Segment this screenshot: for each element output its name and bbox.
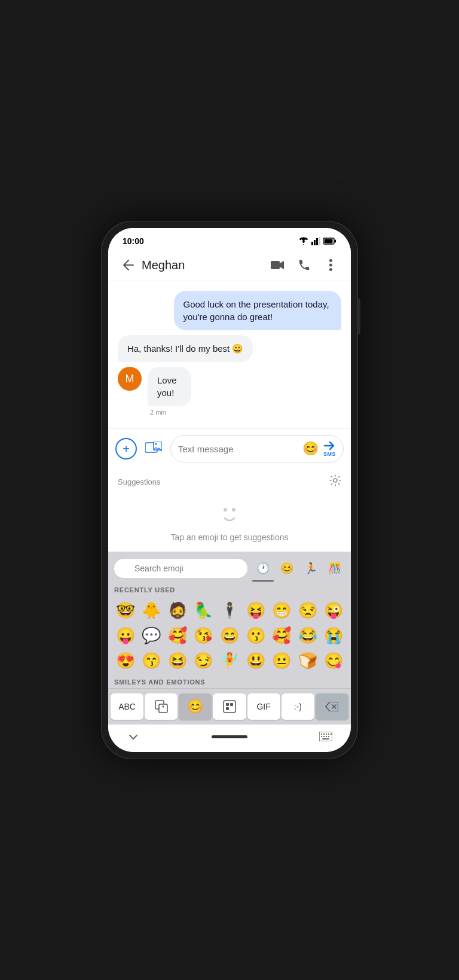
emoji-spy[interactable]: 🕴 — [217, 598, 242, 622]
emoji-beard[interactable]: 🧔 — [165, 598, 190, 622]
gif-label: GIF — [256, 702, 270, 711]
keyboard-sticker2-button[interactable] — [213, 693, 246, 720]
svg-point-14 — [333, 479, 337, 482]
emoji-bread[interactable]: 🍞 — [295, 649, 320, 672]
wifi-icon — [298, 237, 309, 245]
emoji-smirk[interactable]: 😏 — [191, 649, 216, 672]
svg-rect-29 — [326, 734, 327, 735]
emoji-chick[interactable]: 🐥 — [139, 598, 164, 622]
phone-call-button[interactable] — [293, 254, 315, 276]
send-button[interactable]: SMS — [323, 440, 336, 457]
svg-rect-32 — [321, 736, 322, 737]
svg-point-16 — [232, 508, 235, 512]
svg-point-19 — [162, 706, 164, 708]
emoji-smooch[interactable]: 😙 — [139, 649, 164, 672]
emoji-tab-people[interactable]: 🏃 — [300, 558, 322, 579]
battery-icon — [323, 238, 336, 245]
svg-rect-30 — [328, 734, 329, 735]
message-received-1: Ha, thanks! I'll do my best 😀 — [118, 335, 253, 362]
emoji-hearts[interactable]: 🥰 — [269, 623, 294, 647]
text-input-wrapper: 😊 SMS — [170, 435, 344, 462]
emoji-grin[interactable]: 😁 — [269, 598, 294, 622]
nav-back-button[interactable] — [126, 729, 140, 744]
top-nav: Meghan — [108, 249, 351, 281]
emoji-nerd[interactable]: 🤓 — [113, 598, 138, 622]
message-timestamp: 2 min — [150, 409, 206, 416]
keyboard-delete-button[interactable] — [316, 693, 348, 720]
emoji-face-icon: 😊 — [187, 699, 203, 714]
signal-icon — [311, 237, 321, 245]
emoji-smile[interactable]: 😃 — [243, 649, 268, 672]
emoji-cry[interactable]: 😭 — [321, 623, 346, 647]
svg-rect-22 — [230, 703, 233, 706]
video-icon — [271, 260, 285, 270]
svg-rect-6 — [325, 239, 333, 244]
video-call-button[interactable] — [267, 254, 289, 276]
emoji-kiss2[interactable]: 😗 — [243, 623, 268, 647]
keyboard-gif-button[interactable]: GIF — [247, 693, 280, 720]
keyboard-toggle-button[interactable] — [319, 729, 333, 744]
svg-rect-36 — [322, 738, 329, 739]
svg-point-10 — [329, 268, 332, 271]
chat-area: Good luck on the presentation today, you… — [108, 281, 351, 428]
emoji-laugh-cry[interactable]: 😂 — [295, 623, 320, 647]
emoji-unamused[interactable]: 😒 — [295, 598, 320, 622]
svg-rect-21 — [226, 703, 229, 706]
emoji-search-input[interactable] — [114, 559, 247, 578]
chevron-down-icon — [127, 731, 139, 742]
emoji-kiss[interactable]: 😘 — [191, 623, 216, 647]
emoji-tongue-wink[interactable]: 😝 — [243, 598, 268, 622]
svg-rect-27 — [321, 734, 322, 735]
svg-rect-0 — [311, 242, 313, 245]
emoji-laugh[interactable]: 😆 — [165, 649, 190, 672]
status-bar: 10:00 — [108, 228, 351, 249]
svg-point-8 — [329, 259, 332, 262]
svg-point-13 — [155, 443, 157, 445]
emoji-tongue[interactable]: 😛 — [113, 623, 138, 647]
home-pill[interactable] — [212, 735, 247, 738]
input-area: + 😊 SMS — [108, 428, 351, 468]
emoticon-label: :-) — [294, 702, 302, 711]
back-button[interactable] — [118, 254, 139, 276]
sticker-icon — [155, 700, 168, 713]
keyboard-sticker-button[interactable] — [145, 693, 178, 720]
settings-icon[interactable] — [329, 474, 341, 489]
keyboard-emoticon-button[interactable]: :-) — [281, 693, 314, 720]
status-time: 10:00 — [123, 236, 144, 246]
emoji-wink[interactable]: 😜 — [321, 598, 346, 622]
phone-icon — [298, 258, 311, 272]
emoji-big-smile[interactable]: 😄 — [217, 623, 242, 647]
message-content-group: Love you! 2 min — [148, 367, 206, 416]
search-wrapper: 🔍 — [114, 559, 247, 578]
emoji-button[interactable]: 😊 — [302, 441, 319, 456]
add-button[interactable]: + — [115, 438, 137, 459]
more-button[interactable] — [320, 254, 341, 276]
keyboard-bottom-bar: ABC 😊 — [108, 688, 351, 725]
emoji-fairy[interactable]: 🧚 — [217, 649, 242, 672]
phone-device: 10:00 — [101, 221, 358, 759]
emoji-tab-objects[interactable]: 🎊 — [324, 558, 345, 579]
emoji-tab-food[interactable]: 🍵 — [348, 558, 351, 579]
svg-rect-2 — [316, 238, 318, 245]
emoji-tab-smiley[interactable]: 😊 — [276, 558, 298, 579]
emoji-neutral[interactable]: 😐 — [269, 649, 294, 672]
media-button[interactable] — [142, 437, 166, 461]
emoji-speech[interactable]: 💬 — [139, 623, 164, 647]
suggestions-label: Suggestions — [118, 477, 161, 486]
suggestions-hint: Tap an emoji to get suggestions — [171, 532, 289, 542]
phone-nav-bar — [108, 725, 351, 752]
emoji-face-hearts[interactable]: 🥰 — [165, 623, 190, 647]
svg-rect-33 — [323, 736, 325, 737]
message-sent-1: Good luck on the presentation today, you… — [174, 291, 342, 330]
media-icon — [145, 442, 162, 456]
message-input[interactable] — [178, 444, 298, 454]
emoji-parrot[interactable]: 🦜 — [191, 598, 216, 622]
contact-name: Meghan — [142, 258, 267, 272]
emoji-tab-recent[interactable]: 🕐 — [252, 558, 274, 579]
keyboard-emoji-button[interactable]: 😊 — [179, 693, 212, 720]
suggestions-bar: Suggestions — [108, 468, 351, 489]
delete-icon — [325, 702, 338, 711]
emoji-love-eyes[interactable]: 😍 — [113, 649, 138, 672]
emoji-yum[interactable]: 😋 — [321, 649, 346, 672]
keyboard-abc-button[interactable]: ABC — [111, 693, 143, 720]
